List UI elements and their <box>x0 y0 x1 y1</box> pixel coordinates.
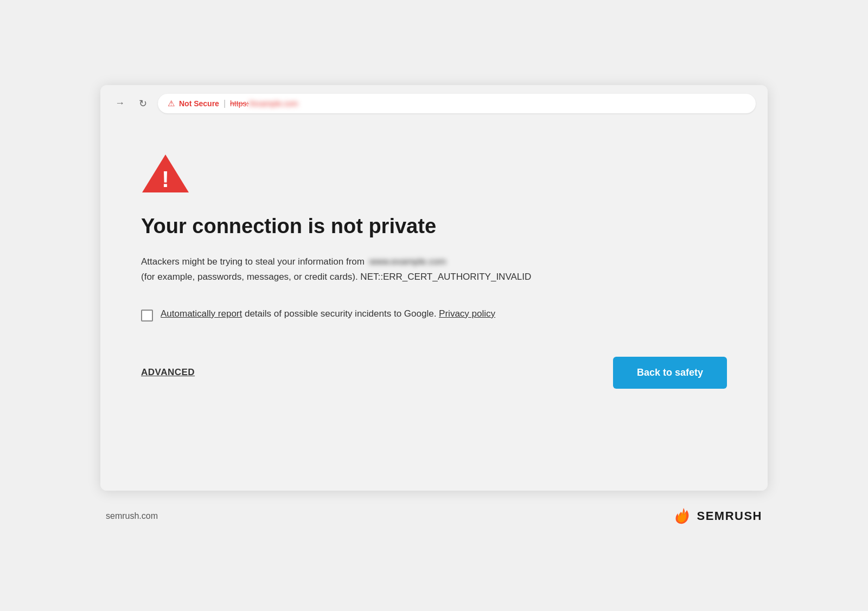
reload-icon: ↻ <box>139 98 147 110</box>
security-warning-icon: ⚠ <box>168 99 175 108</box>
report-label-rest: details of possible security incidents t… <box>242 308 436 319</box>
browser-window: → ↻ ⚠ Not Secure | https://example.com ! <box>100 85 768 491</box>
bottom-actions: ADVANCED Back to safety <box>141 357 727 389</box>
privacy-policy-link[interactable]: Privacy policy <box>439 308 495 319</box>
svg-text:!: ! <box>162 166 169 192</box>
browser-content: ! Your connection is not private Attacke… <box>100 122 768 491</box>
warning-triangle-icon: ! <box>141 152 727 197</box>
url-divider: | <box>224 99 226 108</box>
url-text: https://example.com <box>230 99 298 108</box>
forward-nav-btn[interactable]: → <box>112 96 127 111</box>
advanced-link[interactable]: ADVANCED <box>141 367 195 378</box>
error-description: Attackers might be trying to steal your … <box>141 254 656 285</box>
address-bar[interactable]: ⚠ Not Secure | https://example.com <box>158 94 756 113</box>
semrush-logo: SEMRUSH <box>672 506 762 526</box>
back-to-safety-button[interactable]: Back to safety <box>613 357 727 389</box>
reload-btn[interactable]: ↻ <box>135 96 150 111</box>
automatically-report-link[interactable]: Automatically report <box>161 308 242 319</box>
description-before: Attackers might be trying to steal your … <box>141 256 365 267</box>
description-after: (for example, passwords, messages, or cr… <box>141 272 531 282</box>
domain-blurred: www.example.com <box>369 254 446 269</box>
footer: semrush.com SEMRUSH <box>100 491 768 526</box>
not-secure-label: Not Secure <box>179 99 219 108</box>
forward-arrow-icon: → <box>115 98 125 109</box>
error-heading: Your connection is not private <box>141 215 727 238</box>
report-section: Automatically report details of possible… <box>141 308 727 321</box>
footer-domain: semrush.com <box>106 511 158 521</box>
semrush-flame-icon <box>672 506 692 526</box>
page-wrapper: → ↻ ⚠ Not Secure | https://example.com ! <box>0 0 868 611</box>
semrush-brand-name: SEMRUSH <box>697 509 762 523</box>
report-checkbox[interactable] <box>141 310 153 321</box>
report-text: Automatically report details of possible… <box>161 308 495 319</box>
browser-toolbar: → ↻ ⚠ Not Secure | https://example.com <box>100 85 768 122</box>
